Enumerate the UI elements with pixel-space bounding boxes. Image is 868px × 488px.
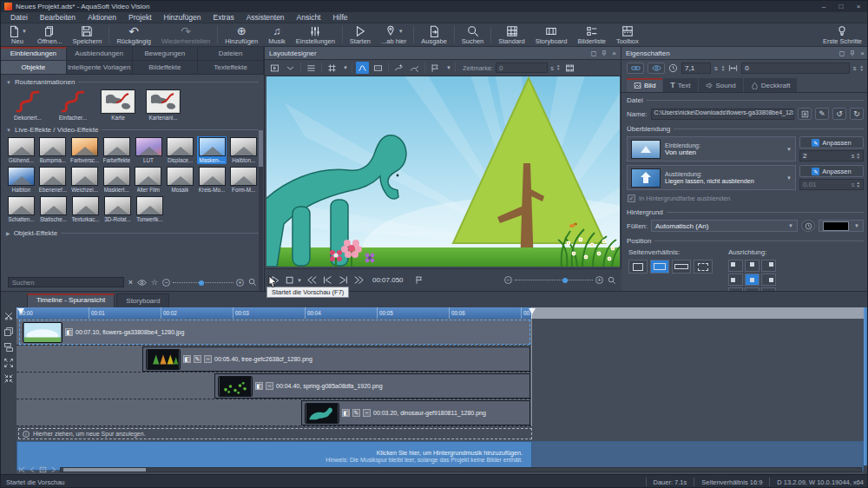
scroll-to-start-icon[interactable] bbox=[18, 466, 26, 473]
favorite-star-icon[interactable]: ☆ bbox=[151, 278, 158, 287]
menu-item[interactable]: Datei bbox=[4, 13, 34, 22]
search-button[interactable]: Suchen bbox=[457, 23, 489, 46]
start-from-here-button[interactable]: ▼ ...ab hier bbox=[376, 23, 411, 46]
minimize-button[interactable]: – bbox=[817, 2, 831, 11]
new-button[interactable]: ▼ Neu bbox=[3, 23, 32, 46]
zoom-fit-icon[interactable] bbox=[39, 466, 47, 473]
start-preview-button[interactable]: Starten bbox=[345, 23, 376, 46]
effect-item[interactable]: Bumpma... bbox=[38, 136, 69, 164]
eye-icon[interactable] bbox=[137, 278, 147, 287]
magnifier-icon[interactable] bbox=[608, 276, 616, 285]
section-objekt-effekte[interactable]: ▶Objekt-Effekte bbox=[6, 229, 259, 237]
toolbox-subcategory-tab[interactable]: Bildeffekte bbox=[133, 61, 199, 75]
go-to-end-icon[interactable] bbox=[338, 275, 349, 285]
effect-item[interactable]: Glühend... bbox=[6, 136, 36, 164]
effect-item[interactable]: Statische... bbox=[38, 195, 69, 223]
timecode-marker-icon[interactable] bbox=[415, 275, 424, 285]
aspect-21-9-button[interactable] bbox=[672, 260, 691, 274]
go-to-start-icon[interactable] bbox=[322, 275, 333, 285]
effect-item[interactable]: Kreis-Mo... bbox=[197, 166, 227, 194]
film-icon[interactable] bbox=[563, 62, 576, 74]
fade-in-adjust-button[interactable]: ✎Anpassen bbox=[799, 136, 864, 148]
effect-item[interactable]: Farbeffekte bbox=[102, 136, 132, 164]
menu-item[interactable]: Aktionen bbox=[82, 13, 122, 22]
save-button[interactable]: Speichern bbox=[68, 23, 108, 46]
offset-stepper[interactable]: ▲▼ bbox=[860, 65, 864, 72]
section-live-effekte[interactable]: ▼Live-Effekte / Video-Effekte bbox=[6, 126, 259, 134]
effect-item[interactable]: Ebenenef... bbox=[38, 166, 69, 194]
edit-pencil-icon[interactable]: ✎ bbox=[815, 108, 829, 120]
link-icon[interactable] bbox=[627, 63, 644, 74]
toolbox-subcategory-tab[interactable]: Intelligente Vorlagen bbox=[67, 61, 133, 75]
maximize-panel-icon[interactable]: ◻ bbox=[839, 49, 845, 57]
align-top-right-button[interactable] bbox=[761, 260, 776, 272]
toolbox-subcategory-tab[interactable]: Objekte bbox=[1, 61, 67, 75]
preview-frame-icon[interactable] bbox=[268, 62, 281, 74]
tab-timeline-spuransicht[interactable]: Timeline - Spuransicht bbox=[27, 293, 115, 307]
add-button[interactable]: ⊕ Hinzufügen bbox=[220, 23, 263, 46]
tab-sound[interactable]: Sound bbox=[699, 78, 743, 92]
scroll-right-icon[interactable] bbox=[49, 466, 57, 473]
maximize-button[interactable]: □ bbox=[834, 2, 848, 11]
image-list-button[interactable]: Bilderliste bbox=[572, 23, 611, 46]
fit-view-icon[interactable] bbox=[284, 62, 297, 74]
toolbox-subcategory-tab[interactable]: Texteffekte bbox=[198, 61, 264, 75]
duration-input[interactable] bbox=[681, 63, 711, 74]
clear-search-icon[interactable]: × bbox=[128, 278, 133, 287]
timeline-ruler[interactable]: 00:0000:0100:0200:0300:0400:0500:0600:07 bbox=[16, 307, 864, 319]
rotate-left-icon[interactable]: ↺ bbox=[832, 108, 846, 120]
music-button[interactable]: ♫ Musik bbox=[263, 23, 291, 46]
fade-in-duration[interactable]: 2s▲▼ bbox=[799, 150, 864, 162]
menu-item[interactable]: Projekt bbox=[122, 13, 157, 22]
aspect-16-9-button[interactable] bbox=[650, 260, 669, 274]
standard-view-button[interactable]: Standard bbox=[493, 23, 529, 46]
menu-item[interactable]: Assistenten bbox=[240, 13, 291, 22]
preview-canvas[interactable] bbox=[266, 76, 620, 267]
align-top-left-button[interactable] bbox=[728, 260, 743, 272]
aspect-4-3-button[interactable] bbox=[628, 260, 648, 274]
clock-icon[interactable] bbox=[801, 220, 815, 232]
menu-item[interactable]: Extras bbox=[207, 13, 240, 22]
background-color-picker[interactable]: ▼ bbox=[819, 220, 864, 232]
rotate-right-icon[interactable]: ↻ bbox=[850, 108, 864, 120]
hscroll-track[interactable] bbox=[60, 467, 862, 472]
zeitmarke-input[interactable] bbox=[496, 63, 548, 73]
effect-item[interactable]: LUT bbox=[134, 136, 164, 164]
effect-item[interactable]: Farbversc... bbox=[69, 136, 100, 164]
routen-item[interactable]: Kartenani... bbox=[143, 89, 183, 121]
menu-item[interactable]: Bearbeiten bbox=[34, 13, 82, 22]
effect-item[interactable]: Halbton bbox=[6, 166, 36, 194]
section-routenanimationen[interactable]: ▼Routenanimationen bbox=[6, 78, 259, 86]
export-button[interactable]: Ausgabe bbox=[416, 23, 452, 46]
effect-item[interactable]: Schatten... bbox=[6, 195, 36, 223]
chevron-down-icon[interactable]: ▼ bbox=[446, 65, 451, 70]
toolbox-category-tab[interactable]: Einblendungen bbox=[1, 47, 67, 61]
getting-started-button[interactable]: Erste Schritte bbox=[818, 23, 867, 46]
hscroll-thumb[interactable] bbox=[63, 468, 146, 472]
expand-all-icon[interactable] bbox=[3, 358, 14, 368]
effect-item[interactable]: Tonwertk... bbox=[135, 195, 165, 223]
forward-icon[interactable] bbox=[353, 275, 365, 285]
storyboard-view-button[interactable]: Storyboard bbox=[530, 23, 573, 46]
effect-item[interactable]: Texturkac... bbox=[70, 195, 101, 223]
zoom-in-icon[interactable]: + bbox=[236, 279, 244, 287]
effect-item[interactable]: Maskiert... bbox=[102, 166, 132, 194]
offset-input[interactable] bbox=[741, 63, 850, 74]
align-middle-left-button[interactable] bbox=[728, 274, 743, 286]
fade-out-duration[interactable]: 0,01s▲▼ bbox=[799, 179, 864, 190]
pin-panel-icon[interactable] bbox=[849, 49, 856, 57]
fade-in-select[interactable]: Einblendung: Von unten ▼ bbox=[627, 136, 796, 162]
effect-item[interactable]: 3D-Rotat... bbox=[102, 195, 133, 223]
settings-button[interactable]: Einstellungen bbox=[291, 23, 340, 46]
effect-item[interactable]: Displace... bbox=[165, 136, 195, 164]
camera-flag-icon[interactable] bbox=[429, 62, 442, 74]
tab-text[interactable]: TText bbox=[663, 78, 697, 92]
zoom-in-icon[interactable]: + bbox=[595, 276, 603, 284]
preview-zoom-slider[interactable]: − + bbox=[504, 276, 603, 284]
timeline-vertical-scrollbar[interactable] bbox=[864, 307, 868, 465]
coordinates-icon[interactable] bbox=[372, 62, 385, 74]
maximize-panel-icon[interactable]: ◻ bbox=[591, 49, 597, 57]
toolbox-category-tab[interactable]: Ausblendungen bbox=[67, 47, 133, 61]
align-top-center-button[interactable] bbox=[745, 260, 760, 272]
curve-add-icon[interactable] bbox=[392, 62, 405, 74]
